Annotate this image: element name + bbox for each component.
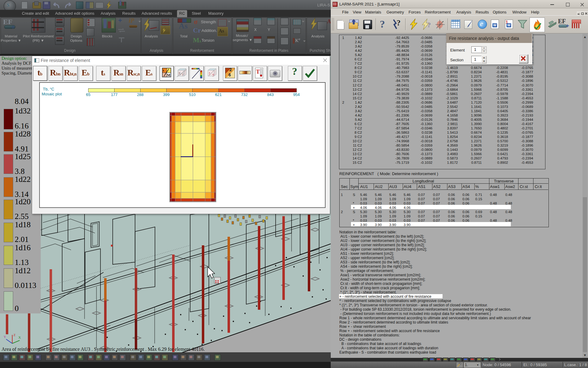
- svg-text:Area of reinforcement by fire: Area of reinforcement by fire resistance…: [2, 347, 205, 352]
- svg-text:t: t: [163, 68, 164, 72]
- svg-text:M: M: [167, 73, 170, 77]
- svg-text:?: ?: [212, 73, 214, 78]
- svg-text:Z: Z: [13, 333, 16, 337]
- svg-text:X: X: [18, 335, 21, 339]
- svg-text:Y: Y: [182, 73, 184, 77]
- svg-text:Y: Y: [4, 335, 6, 339]
